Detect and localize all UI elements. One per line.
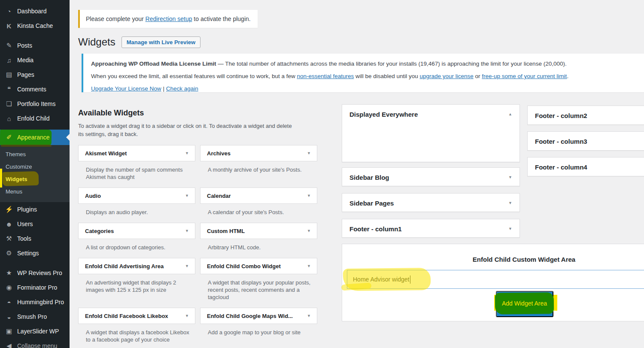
widget-area-header[interactable]: Footer - column4 xyxy=(528,157,644,176)
sidebar-item-label: Smush Pro xyxy=(17,313,47,320)
widget-area-header[interactable]: Footer - column1 ▼ xyxy=(342,219,519,238)
widget-description: Arbitrary HTML code. xyxy=(200,239,317,251)
sidebar-item-pages[interactable]: ▤ Pages xyxy=(0,67,70,82)
widget-card-audio[interactable]: Audio ▼ xyxy=(78,188,195,204)
submenu-item-menus[interactable]: Menus xyxy=(0,185,70,198)
sidebar-item-label: Users xyxy=(17,221,33,227)
sidebar-item-kinsta-cache[interactable]: K Kinsta Cache xyxy=(0,18,70,33)
submenu-item-themes[interactable]: Themes xyxy=(0,148,70,160)
sidebar-item-comments[interactable]: ❝ Comments xyxy=(0,82,70,97)
chevron-down-icon[interactable]: ▼ xyxy=(185,194,189,198)
widget-area-name-input[interactable]: Home Advisor widget xyxy=(347,270,644,289)
yellow-highlight-strip xyxy=(0,169,2,188)
upgrade-license-now-link[interactable]: Upgrade Your License Now xyxy=(91,85,161,92)
widget-area-drop-zone[interactable] xyxy=(342,124,519,158)
sidebar-item-label: WP Reviews Pro xyxy=(17,269,62,276)
widget-card-calendar[interactable]: Calendar ▼ xyxy=(200,188,317,204)
chevron-down-icon[interactable]: ▼ xyxy=(508,201,512,205)
chevron-down-icon[interactable]: ▼ xyxy=(185,264,189,268)
redirection-setup-link[interactable]: Redirection setup xyxy=(146,15,192,22)
star-icon: ★ xyxy=(5,269,13,277)
widget-card-akismet[interactable]: Akismet Widget ▼ xyxy=(78,145,195,161)
widget-card-custom-html[interactable]: Custom HTML ▼ xyxy=(200,223,317,239)
sidebar-item-label: Pages xyxy=(17,71,34,78)
sidebar-item-label: Collapse menu xyxy=(17,342,57,348)
widget-area-title: Footer - column4 xyxy=(535,163,587,171)
chevron-down-icon[interactable]: ▼ xyxy=(185,151,189,155)
widget-card-enfold-combo[interactable]: Enfold Child Combo Widget ▼ xyxy=(200,258,317,274)
add-widget-area-button[interactable] xyxy=(496,291,553,317)
sidebar-item-posts[interactable]: ✎ Posts xyxy=(0,38,70,53)
chevron-down-icon[interactable]: ▼ xyxy=(185,229,189,233)
widget-title: Enfold Child Advertising Area xyxy=(85,263,164,269)
sidebar-item-layerslider-wp[interactable]: ▣ LayerSlider WP xyxy=(0,324,70,339)
chevron-down-icon[interactable]: ▼ xyxy=(307,264,311,268)
collapse-menu-button[interactable]: ◀ Collapse menu xyxy=(0,339,70,348)
sidebar-item-label: Forminator Pro xyxy=(17,284,57,291)
widget-card-enfold-google-maps[interactable]: Enfold Child Google Maps Wid... ▼ xyxy=(200,308,317,324)
sidebar-item-enfold-child[interactable]: ⌂ Enfold Child xyxy=(0,111,70,126)
sidebar-item-plugins[interactable]: ⚡ Plugins xyxy=(0,202,70,217)
widget-area-header[interactable]: Displayed Everywhere ▲ xyxy=(342,105,519,124)
widget-description: Displays an audio player. xyxy=(78,204,195,216)
chevron-down-icon[interactable]: ▼ xyxy=(508,227,512,231)
widget-area-footer-column4: Footer - column4 xyxy=(527,157,644,176)
non-essential-features-link[interactable]: non-essential features xyxy=(297,73,354,79)
chevron-up-icon[interactable]: ▲ xyxy=(508,112,512,116)
check-again-link[interactable]: Check again xyxy=(166,85,198,92)
page-title: Widgets xyxy=(78,36,115,48)
sidebar-item-label: Enfold Child xyxy=(17,115,50,122)
chevron-down-icon[interactable]: ▼ xyxy=(508,175,512,179)
widget-cell: Enfold Child Advertising Area ▼ An adver… xyxy=(78,258,195,308)
free-up-limit-link[interactable]: free-up some of your current limit xyxy=(482,73,567,79)
chevron-down-icon[interactable]: ▼ xyxy=(307,194,311,198)
media-icon: ♫ xyxy=(5,57,13,64)
sidebar-item-media[interactable]: ♫ Media xyxy=(0,53,70,67)
widget-area-title: Footer - column1 xyxy=(349,225,402,233)
widget-description: Display the number of spam comments Akis… xyxy=(78,161,195,181)
notice-text: or xyxy=(474,73,482,79)
chevron-down-icon[interactable]: ▼ xyxy=(185,314,189,318)
chevron-down-icon[interactable]: ▼ xyxy=(307,314,311,318)
sidebar-item-dashboard[interactable]: ◔ Dashboard xyxy=(0,4,70,18)
notice-text: Please complete your xyxy=(86,15,146,22)
submenu-item-customize[interactable]: Customize xyxy=(0,160,70,173)
widget-card-archives[interactable]: Archives ▼ xyxy=(200,145,317,161)
widget-area-header[interactable]: Sidebar Pages ▼ xyxy=(342,194,519,212)
widget-area-header[interactable]: Footer - column3 xyxy=(528,132,644,151)
sidebar-item-wp-reviews-pro[interactable]: ★ WP Reviews Pro xyxy=(0,266,70,280)
widget-area-header[interactable]: Footer - column2 xyxy=(528,106,644,125)
widget-title: Enfold Child Combo Widget xyxy=(207,263,281,269)
sidebar-item-appearance[interactable]: ✐ Appearance xyxy=(0,130,70,145)
widget-description: Add a google map to your blog or site xyxy=(200,324,317,336)
upgrade-your-license-link[interactable]: upgrade your license xyxy=(419,73,473,79)
sidebar-item-users[interactable]: ☻ Users xyxy=(0,217,70,231)
smush-icon: ◒ xyxy=(5,313,13,321)
chevron-down-icon[interactable]: ▼ xyxy=(307,229,311,233)
widget-area-title: Footer - column3 xyxy=(535,138,587,145)
settings-icon: ⚙ xyxy=(5,249,13,257)
sidebar-item-label: Comments xyxy=(17,86,46,93)
sidebar-item-settings[interactable]: ⚙ Settings xyxy=(0,246,70,260)
submenu-item-widgets[interactable]: Widgets xyxy=(0,173,70,185)
sidebar-item-portfolio-items[interactable]: ❏ Portfolio Items xyxy=(0,97,70,111)
manage-live-preview-button[interactable]: Manage with Live Preview xyxy=(122,36,200,48)
sidebar-item-smush-pro[interactable]: ◒ Smush Pro xyxy=(0,309,70,324)
text-cursor xyxy=(410,275,410,284)
widget-title: Akismet Widget xyxy=(85,150,127,157)
widget-description: A monthly archive of your site's Posts. xyxy=(200,161,317,173)
chevron-down-icon[interactable]: ▼ xyxy=(307,151,311,155)
submenu-label: Widgets xyxy=(6,176,27,182)
sidebar-item-hummingbird-pro[interactable]: ◓ Hummingbird Pro xyxy=(0,295,70,309)
notice-text: will be disabled until you xyxy=(354,73,419,79)
sidebar-item-forminator-pro[interactable]: ◉ Forminator Pro xyxy=(0,280,70,295)
widget-card-categories[interactable]: Categories ▼ xyxy=(78,223,195,239)
submenu-label: Customize xyxy=(6,163,32,170)
sidebar-item-tools[interactable]: ⚒ Tools xyxy=(0,231,70,246)
admin-content: Please complete your Redirection setup t… xyxy=(70,0,644,348)
admin-sidebar: ◔ Dashboard K Kinsta Cache ✎ Posts ♫ Med… xyxy=(0,0,70,348)
widget-card-enfold-facebook-likebox[interactable]: Enfold Child Facebook Likebox ▼ xyxy=(78,308,195,324)
widget-area-header[interactable]: Sidebar Blog ▼ xyxy=(342,168,519,187)
sidebar-separator xyxy=(0,260,70,266)
widget-card-enfold-advertising[interactable]: Enfold Child Advertising Area ▼ xyxy=(78,258,195,274)
